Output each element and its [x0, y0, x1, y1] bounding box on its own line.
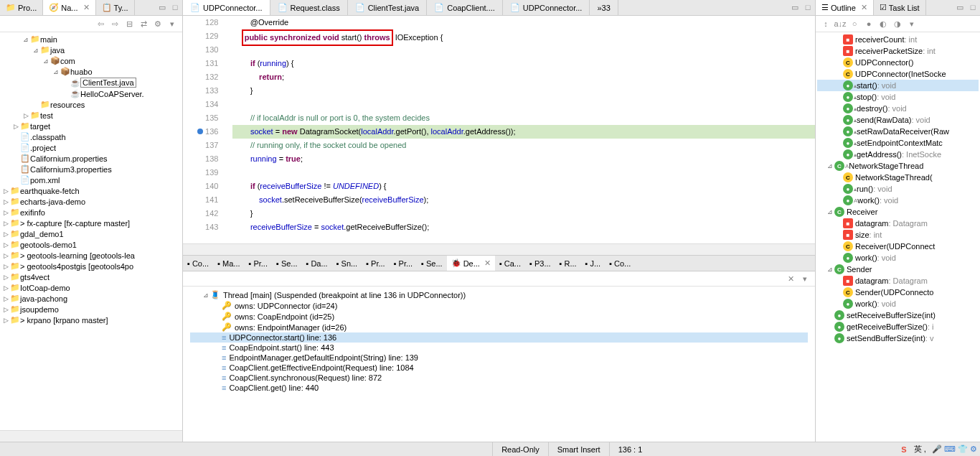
debug-stack-frame[interactable]: ⊿🧵Thread [main] (Suspended (breakpoint a… — [190, 289, 808, 300]
bottom-tab[interactable]: ▪Da... — [302, 256, 332, 271]
tree-item[interactable]: ▷📁java-pachong — [1, 293, 181, 304]
bottom-tab[interactable]: ▪Ma... — [213, 256, 244, 271]
bottom-tab[interactable]: ▪Sn... — [332, 256, 362, 271]
debug-stack-frame[interactable]: ≡CoapClient.get() line: 440 — [190, 383, 808, 393]
debug-stack-frame[interactable]: ≡CoapEndpoint.start() line: 443 — [190, 343, 808, 353]
code-line[interactable]: // running only, if the socket could be … — [232, 139, 815, 152]
code-line[interactable]: // if localAddr is null or port is 0, th… — [232, 111, 815, 125]
menu-icon[interactable]: ▾ — [906, 18, 918, 29]
outline-item[interactable]: ●setReceiveBufferSize(int) — [817, 310, 979, 321]
back-icon[interactable]: ⇦ — [95, 18, 106, 29]
code-line[interactable]: return; — [232, 70, 815, 84]
maximize-icon[interactable]: □ — [802, 1, 814, 13]
hide-local-icon[interactable]: ◑ — [892, 18, 903, 29]
bottom-tab[interactable]: ▪P3... — [525, 256, 555, 271]
tree-item[interactable]: ▷📁earthquake-fetch — [1, 185, 181, 196]
tree-item[interactable]: ▷📁target — [1, 121, 181, 131]
tree-item[interactable]: ▷📁jsoupdemo — [1, 304, 181, 315]
tree-item[interactable]: ▷📁IotCoap-demo — [1, 282, 181, 293]
tree-item[interactable]: ▷📁> fx-capture [fx-capture master] — [1, 218, 181, 228]
tree-scrollbar[interactable] — [0, 430, 182, 442]
tree-item[interactable]: ▷📁exifinfo — [1, 207, 181, 218]
outline-tree[interactable]: ■receiverCount : int■receiverPacketSize … — [816, 32, 980, 442]
editor-tab[interactable]: 📄Request.class — [270, 0, 348, 15]
tree-item[interactable]: 📋Californium3.properties — [1, 164, 181, 175]
editor-tab[interactable]: 📄UDPConnector... — [503, 0, 590, 15]
outline-item[interactable]: ■datagram : Datagram — [817, 275, 979, 287]
debug-stack-frame[interactable]: ≡CoapClient.synchronous(Request) line: 8… — [190, 373, 808, 383]
link-icon[interactable]: ⇄ — [138, 18, 149, 29]
editor-tab[interactable]: 📄ClientTest.java — [348, 0, 428, 15]
debug-view[interactable]: ⊿🧵Thread [main] (Suspended (breakpoint a… — [183, 287, 815, 442]
bottom-tab[interactable]: ▪Pr... — [245, 256, 272, 271]
collapse-icon[interactable]: ⊟ — [123, 18, 135, 29]
outline-item[interactable]: ●▴getAddress() : InetSocke — [817, 149, 979, 160]
code-editor[interactable]: 128129130131132133134135 136137138139140… — [183, 16, 815, 243]
bottom-tab[interactable]: ▪Ca... — [495, 256, 525, 271]
code-line[interactable]: if (receiveBufferSize != UNDEFINED) { — [232, 180, 815, 193]
outline-item[interactable]: ●setSendBufferSize(int) : v — [817, 332, 979, 344]
tree-item[interactable]: ▷📁test — [1, 110, 181, 121]
tree-item[interactable]: ▷📁echarts-java-demo — [1, 196, 181, 207]
debug-menu-icon[interactable]: ▾ — [799, 273, 811, 284]
bottom-tab[interactable]: 🐞De...✕ — [447, 256, 495, 271]
outline-item[interactable]: ●▴send(RawData) : void — [817, 114, 979, 126]
debug-stack-frame[interactable]: ≡UDPConnector.start() line: 136 — [190, 332, 808, 343]
tree-item[interactable]: 📄pom.xml — [1, 175, 181, 185]
project-tree[interactable]: ⊿📁main⊿📁java⊿📦com⊿📦huabo☕ClientTest.java… — [0, 32, 182, 430]
hide-static-icon[interactable]: ● — [863, 18, 875, 29]
outline-item[interactable]: ■receiverCount : int — [817, 34, 979, 45]
hide-nonpublic-icon[interactable]: ◐ — [877, 18, 889, 29]
tree-item[interactable]: ⊿📁java — [1, 45, 181, 55]
outline-item[interactable]: ●work() : void — [817, 252, 979, 264]
bottom-tab[interactable]: ▪Se... — [272, 256, 302, 271]
tree-item[interactable]: ▷📁> geotools4postgis [geotools4po — [1, 261, 181, 271]
tree-item[interactable]: ☕HelloCoAPServer. — [1, 88, 181, 99]
breakpoint-icon[interactable] — [197, 129, 203, 134]
hide-fields-icon[interactable]: ○ — [849, 18, 860, 29]
minimize-icon[interactable]: ▭ — [156, 1, 168, 13]
outline-item[interactable]: ●▴destroy() : void — [817, 103, 979, 114]
tree-item[interactable]: 📄.classpath — [1, 131, 181, 142]
outline-item[interactable]: ●▴run() : void — [817, 183, 979, 195]
debug-stack-frame[interactable]: 🔑owns: UDPConnector (id=24) — [190, 300, 808, 311]
menu-icon[interactable]: ▾ — [166, 18, 178, 29]
code-line[interactable]: @Override — [232, 16, 815, 29]
code-line[interactable]: running = true; — [232, 152, 815, 166]
tree-item[interactable]: 📋Californium.properties — [1, 153, 181, 164]
tree-item[interactable]: ⊿📦com — [1, 55, 181, 66]
debug-stack-frame[interactable]: ≡CoapClient.getEffectiveEndpoint(Request… — [190, 363, 808, 373]
tree-item[interactable]: ▷📁> krpano [krpano master] — [1, 315, 181, 325]
code-line[interactable] — [232, 166, 815, 180]
bottom-tab[interactable]: ▪Pr... — [362, 256, 389, 271]
outline-item[interactable]: ⊿CANetworkStageThread — [817, 160, 979, 172]
bottom-tab[interactable]: ▪Co... — [183, 256, 213, 271]
outline-item[interactable]: ●Awork() : void — [817, 195, 979, 206]
maximize-icon[interactable]: □ — [169, 1, 181, 13]
ime-icon[interactable]: S — [897, 445, 910, 454]
minimize-icon[interactable]: ▭ — [789, 1, 801, 13]
editor-tab[interactable]: 📄UDPConnector... — [183, 0, 270, 15]
outline-item[interactable]: CNetworkStageThread( — [817, 172, 979, 183]
ime-tools[interactable]: 🎤 ⌨ 👕 ⚙ — [929, 445, 980, 454]
outline-item[interactable]: ●▴stop() : void — [817, 91, 979, 103]
az-icon[interactable]: a↓z — [834, 18, 846, 29]
debug-stack-frame[interactable]: 🔑owns: CoapEndpoint (id=25) — [190, 311, 808, 322]
tab-project[interactable]: 📁Pro... — [0, 0, 43, 15]
tree-item[interactable]: ▷📁geotools-demo1 — [1, 239, 181, 250]
tree-item[interactable]: ☕ClientTest.java — [1, 77, 181, 88]
outline-item[interactable]: ●▴start() : void — [817, 80, 979, 91]
code-line[interactable]: if (running) { — [232, 57, 815, 70]
outline-item[interactable]: CReceiver(UDPConnect — [817, 241, 979, 252]
code-line[interactable]: } — [232, 207, 815, 220]
debug-stack-frame[interactable]: ≡EndpointManager.getDefaultEndpoint(Stri… — [190, 353, 808, 363]
maximize-icon[interactable]: □ — [967, 1, 979, 13]
code-line[interactable] — [232, 98, 815, 111]
debug-remove-icon[interactable]: ✕ — [785, 273, 796, 284]
code-line[interactable]: receiveBufferSize = socket.getReceiveBuf… — [232, 220, 815, 234]
debug-stack-frame[interactable]: 🔑owns: EndpointManager (id=26) — [190, 322, 808, 332]
bottom-tab[interactable]: ▪Pr... — [390, 256, 417, 271]
tab-type[interactable]: 📋Ty... — [96, 0, 135, 15]
outline-item[interactable]: ⊿CReceiver — [817, 206, 979, 218]
editor-scrollbar[interactable] — [183, 243, 815, 255]
